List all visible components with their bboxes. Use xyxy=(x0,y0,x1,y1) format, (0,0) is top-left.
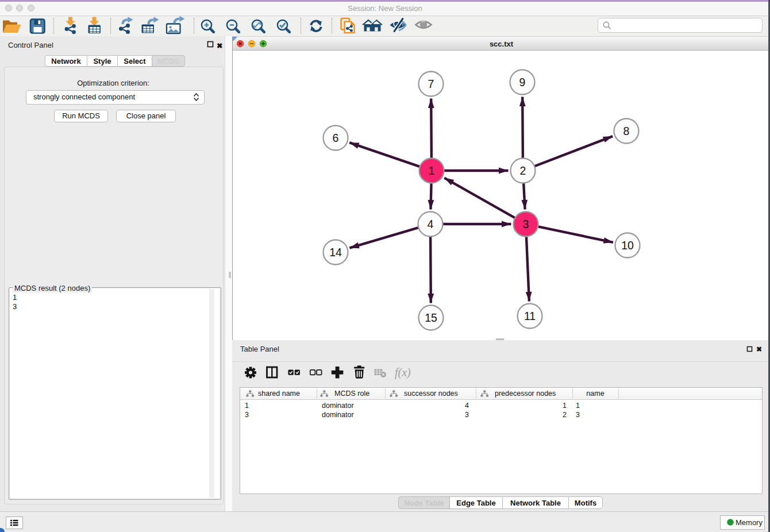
svg-text:11: 11 xyxy=(524,310,536,322)
svg-text:3: 3 xyxy=(523,218,529,230)
svg-text:2: 2 xyxy=(520,164,526,177)
svg-text:10: 10 xyxy=(621,239,634,252)
svg-text:4: 4 xyxy=(428,218,434,230)
svg-text:8: 8 xyxy=(623,125,630,137)
svg-text:f(x): f(x) xyxy=(395,366,411,379)
svg-text:6: 6 xyxy=(333,132,339,144)
svg-text:1: 1 xyxy=(429,164,435,177)
svg-text:14: 14 xyxy=(329,246,342,259)
svg-text:15: 15 xyxy=(425,311,437,324)
svg-text:9: 9 xyxy=(519,76,526,88)
svg-text:7: 7 xyxy=(428,78,434,90)
